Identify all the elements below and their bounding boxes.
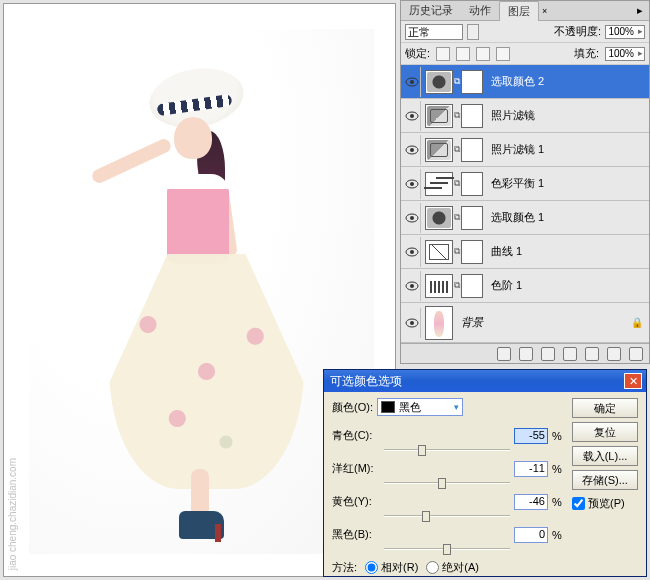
- colors-row: 颜色(O): 黑色 ▾: [332, 398, 564, 416]
- visibility-eye-icon[interactable]: [403, 308, 421, 338]
- layer-thumbs: ⧉: [423, 274, 485, 298]
- new-adjustment-icon[interactable]: [563, 347, 577, 361]
- layer-thumbs: ⧉: [423, 70, 485, 94]
- visibility-eye-icon[interactable]: [403, 101, 421, 131]
- layer-row[interactable]: ⧉照片滤镜 1: [401, 133, 649, 167]
- link-icon: ⧉: [454, 76, 460, 87]
- slider-thumb[interactable]: [443, 544, 451, 555]
- method-relative-radio[interactable]: 相对(R): [365, 560, 418, 575]
- background-thumb[interactable]: [425, 306, 453, 340]
- new-group-icon[interactable]: [585, 347, 599, 361]
- adjustment-thumb[interactable]: [425, 138, 453, 162]
- lock-transparent-icon[interactable]: [436, 47, 450, 61]
- adjustment-thumb[interactable]: [425, 206, 453, 230]
- radio-absolute[interactable]: [426, 561, 439, 574]
- mask-thumb[interactable]: [461, 206, 483, 230]
- delete-layer-icon[interactable]: [629, 347, 643, 361]
- link-layers-icon[interactable]: [497, 347, 511, 361]
- adjustment-thumb[interactable]: [425, 274, 453, 298]
- preview-check[interactable]: [572, 497, 585, 510]
- slider-value-input[interactable]: -55: [514, 428, 548, 444]
- method-relative-label: 相对(R): [381, 560, 418, 575]
- layer-name: 选取颜色 1: [487, 210, 544, 225]
- adjustment-thumb[interactable]: [425, 240, 453, 264]
- visibility-eye-icon[interactable]: [403, 67, 421, 97]
- reset-button[interactable]: 复位: [572, 422, 638, 442]
- layer-name: 色阶 1: [487, 278, 522, 293]
- slider-label: 黑色(B):: [332, 527, 380, 542]
- slider-track[interactable]: [332, 477, 564, 489]
- mask-thumb[interactable]: [461, 138, 483, 162]
- visibility-eye-icon[interactable]: [403, 135, 421, 165]
- add-mask-icon[interactable]: [541, 347, 555, 361]
- colors-select[interactable]: 黑色 ▾: [377, 398, 463, 416]
- layer-row-background[interactable]: 背景🔒: [401, 303, 649, 343]
- layer-fx-icon[interactable]: [519, 347, 533, 361]
- layers-list[interactable]: ⧉选取颜色 2⧉照片滤镜⧉照片滤镜 1⧉色彩平衡 1⧉选取颜色 1⧉曲线 1⧉色…: [401, 65, 649, 343]
- mask-thumb[interactable]: [461, 70, 483, 94]
- tab-layers[interactable]: 图层: [499, 1, 539, 21]
- visibility-eye-icon[interactable]: [403, 203, 421, 233]
- adjustment-thumb[interactable]: [425, 172, 453, 196]
- blend-mode-dropdown-icon[interactable]: [467, 24, 479, 40]
- opacity-value[interactable]: 100%: [605, 25, 645, 39]
- mask-thumb[interactable]: [461, 240, 483, 264]
- layer-row[interactable]: ⧉色阶 1: [401, 269, 649, 303]
- link-icon: ⧉: [454, 144, 460, 155]
- blend-mode-select[interactable]: 正常: [405, 24, 463, 40]
- load-button[interactable]: 载入(L)...: [572, 446, 638, 466]
- method-absolute-radio[interactable]: 绝对(A): [426, 560, 479, 575]
- chevron-down-icon: ▾: [454, 402, 459, 412]
- slider-value-input[interactable]: -46: [514, 494, 548, 510]
- layer-thumbs: ⧉: [423, 172, 485, 196]
- lock-all-icon[interactable]: [496, 47, 510, 61]
- layer-row[interactable]: ⧉选取颜色 2: [401, 65, 649, 99]
- slider-track[interactable]: [332, 444, 564, 456]
- fill-value[interactable]: 100%: [605, 47, 645, 61]
- colors-value: 黑色: [399, 400, 421, 415]
- svg-point-7: [410, 182, 414, 186]
- lock-move-icon[interactable]: [476, 47, 490, 61]
- visibility-eye-icon[interactable]: [403, 169, 421, 199]
- adjustment-thumb[interactable]: [425, 70, 453, 94]
- layer-row[interactable]: ⧉照片滤镜: [401, 99, 649, 133]
- layer-row[interactable]: ⧉色彩平衡 1: [401, 167, 649, 201]
- dialog-titlebar[interactable]: 可选颜色选项 ✕: [324, 370, 646, 392]
- new-layer-icon[interactable]: [607, 347, 621, 361]
- layers-footer: [401, 343, 649, 363]
- adjustment-thumb[interactable]: [425, 104, 453, 128]
- track-line: [384, 482, 510, 484]
- tab-actions[interactable]: 动作: [461, 1, 499, 20]
- mask-thumb[interactable]: [461, 172, 483, 196]
- save-button[interactable]: 存储(S)...: [572, 470, 638, 490]
- torso: [167, 174, 229, 264]
- skirt: [109, 254, 304, 489]
- slider-thumb[interactable]: [438, 478, 446, 489]
- slider-value-input[interactable]: -11: [514, 461, 548, 477]
- layer-row[interactable]: ⧉曲线 1: [401, 235, 649, 269]
- slider-thumb[interactable]: [422, 511, 430, 522]
- slider-value-input[interactable]: 0: [514, 527, 548, 543]
- lock-paint-icon[interactable]: [456, 47, 470, 61]
- radio-relative[interactable]: [365, 561, 378, 574]
- link-icon: ⧉: [454, 212, 460, 223]
- preview-checkbox[interactable]: 预览(P): [572, 496, 638, 511]
- slider-track[interactable]: [332, 510, 564, 522]
- tab-history[interactable]: 历史记录: [401, 1, 461, 20]
- slider-thumb[interactable]: [418, 445, 426, 456]
- visibility-eye-icon[interactable]: [403, 271, 421, 301]
- layer-row[interactable]: ⧉选取颜色 1: [401, 201, 649, 235]
- visibility-eye-icon[interactable]: [403, 237, 421, 267]
- layer-name: 照片滤镜: [487, 108, 535, 123]
- mask-thumb[interactable]: [461, 274, 483, 298]
- track-line: [384, 515, 510, 517]
- tab-close-icon[interactable]: ×: [539, 6, 550, 16]
- slider-track[interactable]: [332, 543, 564, 555]
- close-icon[interactable]: ✕: [624, 373, 642, 389]
- panel-menu-icon[interactable]: ▸: [631, 4, 649, 17]
- ok-button[interactable]: 确定: [572, 398, 638, 418]
- mask-thumb[interactable]: [461, 104, 483, 128]
- percent-label: %: [552, 529, 564, 541]
- link-icon: ⧉: [454, 178, 460, 189]
- face: [174, 117, 212, 159]
